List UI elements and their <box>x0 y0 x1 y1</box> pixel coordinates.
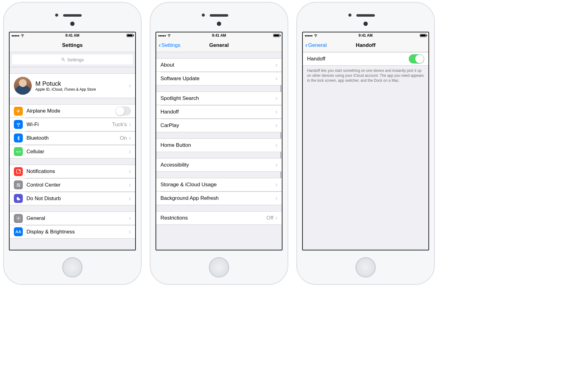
nav-bar: ‹ Settings General <box>156 39 282 52</box>
profile-sub: Apple ID, iCloud, iTunes & App Store <box>35 87 96 92</box>
control-center-icon <box>14 180 23 189</box>
chevron-right-icon: › <box>275 194 278 202</box>
chevron-right-icon: › <box>129 228 131 236</box>
phone-frame-1: ●●●●● 9:41 AM Settings Settings M Potuck… <box>3 2 142 285</box>
chevron-right-icon: › <box>129 134 131 142</box>
chevron-right-icon: › <box>275 75 278 83</box>
row-restrictions[interactable]: Restrictions Off › <box>156 211 282 225</box>
nav-title: Settings <box>10 42 135 48</box>
status-time: 9:41 AM <box>65 33 79 38</box>
row-background-refresh[interactable]: Background App Refresh › <box>156 191 282 205</box>
svg-point-0 <box>22 37 23 37</box>
row-cellular[interactable]: Cellular › <box>10 145 135 159</box>
back-button[interactable]: ‹ Settings <box>159 42 180 48</box>
svg-point-8 <box>18 185 20 187</box>
cellular-icon <box>14 147 23 156</box>
screen-handoff: ●●●●● 9:41 AM ‹ General Handoff Handoff … <box>302 32 429 250</box>
bluetooth-icon <box>14 134 23 142</box>
chevron-right-icon: › <box>275 161 278 169</box>
svg-rect-9 <box>18 183 20 185</box>
chevron-right-icon: › <box>129 181 131 189</box>
svg-point-12 <box>169 37 169 37</box>
home-button[interactable] <box>209 257 229 278</box>
search-placeholder: Settings <box>67 57 84 62</box>
chevron-right-icon: › <box>129 148 131 156</box>
wifi-value: Tuck's <box>112 121 127 128</box>
battery-icon <box>127 34 133 37</box>
battery-icon <box>273 34 280 37</box>
row-accessibility[interactable]: Accessibility › <box>156 158 282 172</box>
wifi-icon <box>20 33 25 38</box>
notifications-icon <box>14 167 23 176</box>
nav-bar: ‹ General Handoff <box>303 39 428 52</box>
back-label: Settings <box>161 42 180 48</box>
search-icon <box>61 57 65 62</box>
status-bar: ●●●●● 9:41 AM <box>10 32 135 39</box>
row-bluetooth[interactable]: Bluetooth On › <box>10 131 135 145</box>
row-airplane-mode[interactable]: ✈︎ Airplane Mode <box>10 104 135 118</box>
airplane-icon: ✈︎ <box>14 107 23 116</box>
bluetooth-value: On <box>120 135 127 141</box>
wifi-icon <box>314 33 318 38</box>
row-notifications[interactable]: Notifications › <box>10 165 135 178</box>
row-about[interactable]: About › <box>156 58 282 72</box>
svg-point-7 <box>17 183 18 185</box>
row-handoff-toggle[interactable]: Handoff <box>303 52 428 66</box>
back-label: General <box>308 42 326 48</box>
row-storage[interactable]: Storage & iCloud Usage › <box>156 178 282 191</box>
row-do-not-disturb[interactable]: Do Not Disturb › <box>10 192 135 205</box>
chevron-right-icon: › <box>275 121 278 130</box>
chevron-right-icon: › <box>275 61 278 69</box>
screen-settings-root: ●●●●● 9:41 AM Settings Settings M Potuck… <box>9 32 136 250</box>
airplane-toggle[interactable] <box>116 106 131 116</box>
row-control-center[interactable]: Control Center › <box>10 178 135 192</box>
wifi-settings-icon <box>14 120 23 129</box>
row-display-brightness[interactable]: AA Display & Brightness › <box>10 225 135 239</box>
chevron-left-icon: ‹ <box>305 43 307 48</box>
nav-bar: Settings <box>10 39 135 52</box>
status-time: 9:41 AM <box>212 33 226 38</box>
handoff-toggle[interactable] <box>409 54 424 64</box>
chevron-left-icon: ‹ <box>159 43 161 48</box>
back-button[interactable]: ‹ General <box>305 42 327 48</box>
chevron-right-icon: › <box>275 141 278 149</box>
signal-dots-icon: ●●●●● <box>305 34 312 37</box>
row-spotlight[interactable]: Spotlight Search › <box>156 92 282 105</box>
status-bar: ●●●●● 9:41 AM <box>156 32 282 39</box>
row-software-update[interactable]: Software Update › <box>156 72 282 85</box>
row-home-button[interactable]: Home Button › <box>156 138 282 152</box>
restrictions-value: Off <box>266 215 273 221</box>
chevron-right-icon: › <box>129 167 131 175</box>
row-wifi[interactable]: Wi-Fi Tuck's › <box>10 118 135 131</box>
svg-point-13 <box>316 37 316 37</box>
battery-icon <box>420 34 427 37</box>
svg-point-11 <box>18 218 19 219</box>
row-handoff[interactable]: Handoff › <box>156 105 282 119</box>
home-button[interactable] <box>62 257 83 278</box>
apple-id-row[interactable]: M Potuck Apple ID, iCloud, iTunes & App … <box>10 73 135 98</box>
wifi-icon <box>167 33 171 38</box>
status-bar: ●●●●● 9:41 AM <box>303 32 428 39</box>
screen-general: ●●●●● 9:41 AM ‹ Settings General About ›… <box>156 32 282 250</box>
row-general[interactable]: General › <box>10 212 135 225</box>
search-input[interactable]: Settings <box>12 55 133 64</box>
avatar <box>14 77 32 95</box>
phone-frame-3: ●●●●● 9:41 AM ‹ General Handoff Handoff … <box>296 2 435 285</box>
svg-point-1 <box>62 58 64 60</box>
signal-dots-icon: ●●●●● <box>11 34 19 37</box>
chevron-right-icon: › <box>275 181 278 189</box>
signal-dots-icon: ●●●●● <box>158 34 166 37</box>
gear-icon <box>14 214 23 223</box>
status-time: 9:41 AM <box>359 33 373 38</box>
home-button[interactable] <box>355 257 376 278</box>
svg-point-6 <box>19 170 20 171</box>
chevron-right-icon: › <box>275 214 278 222</box>
moon-icon <box>14 194 23 203</box>
chevron-right-icon: › <box>129 214 131 222</box>
svg-point-3 <box>18 126 19 126</box>
profile-name: M Potuck <box>35 80 96 87</box>
phone-frame-2: ●●●●● 9:41 AM ‹ Settings General About ›… <box>150 2 288 285</box>
chevron-right-icon: › <box>129 195 131 203</box>
row-carplay[interactable]: CarPlay › <box>156 119 282 132</box>
chevron-right-icon: › <box>275 94 278 102</box>
